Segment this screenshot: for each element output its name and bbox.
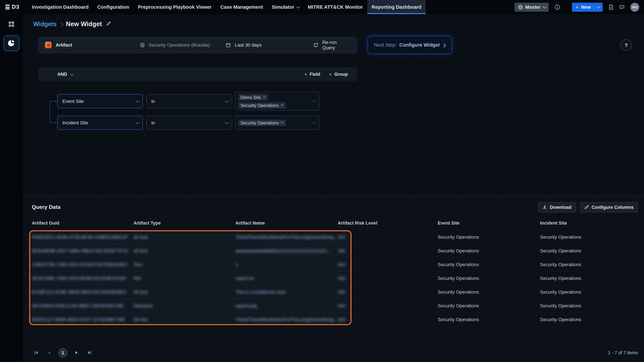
cell-incident-site: Security Operations [540,234,638,240]
previous-page-button[interactable] [45,348,54,357]
page-number: 1 [62,350,64,355]
artifact-icon [45,41,52,48]
field-select-incident-site[interactable]: Incident Site [57,116,143,130]
operator-select[interactable]: in [146,94,232,108]
report-button[interactable] [608,4,614,10]
new-button-label: New [581,4,591,10]
data-source-selector[interactable]: Artifact [45,41,140,48]
last-page-button[interactable] [85,348,94,357]
rerun-query-label: Re-run Query [322,39,350,50]
next-page-button[interactable] [72,348,81,357]
logo-bars-icon [5,5,10,9]
cell-incident-site: Security Operations [540,262,638,267]
edit-title-button[interactable] [106,21,111,27]
info-button[interactable] [554,4,560,10]
chip-label: Demo Site [240,95,261,100]
query-toolbar-row: Artifact Security Operations (Brasilia) … [38,36,632,54]
nav-mitre-attack-monitor[interactable]: MITRE ATT&CK Monitor [304,0,367,14]
query-data-header: Query Data Download Configure Columns [32,202,638,212]
plus-icon: + [329,71,332,77]
column-header-artifact-type: Artifact Type [134,220,236,225]
sidebar-item-dashboards[interactable] [8,21,15,27]
nav-configuration[interactable]: Configuration [93,0,134,14]
app-logo[interactable]: D3 [5,0,20,14]
environment-selector[interactable]: Master [515,2,549,11]
value-multiselect[interactable]: Security Operations × [235,116,319,130]
nav-investigation-dashboard[interactable]: Investigation Dashboard [28,0,93,14]
close-icon[interactable]: × [281,120,284,125]
refresh-icon [313,42,318,47]
breadcrumb-widgets-link[interactable]: Widgets [33,21,57,28]
help-button[interactable]: ? [620,39,632,51]
field-select-event-site[interactable]: Event Site [57,94,143,108]
add-group-button[interactable]: + Group [329,71,348,77]
table-row[interactable]: 9D432127-8456-48D4-A237-1274238B77B6 d3 … [32,313,638,326]
query-data-actions: Download Configure Columns [538,202,638,212]
cell-artifact-name: report.png [236,303,338,308]
add-field-button[interactable]: + Field [304,71,320,77]
globe-icon [140,42,145,47]
chevron-right-icon [60,23,63,26]
table-row[interactable]: F84ED5C1-9A46-4736-BF3D-A38E5156B12F d3 … [32,230,638,244]
app-window: D3 Investigation Dashboard Configuration… [0,0,644,362]
download-button[interactable]: Download [538,202,576,212]
query-data-section: Query Data Download Configure Columns Ar… [23,196,644,362]
operator-select[interactable]: in [146,116,232,130]
new-button[interactable]: + New [572,2,603,11]
cell-event-site: Security Operations [438,303,540,308]
page-number-button[interactable]: 1 [58,348,68,358]
value-chip[interactable]: Security Operations × [238,119,286,126]
nav-reporting-dashboard[interactable]: Reporting Dashboard [367,0,426,14]
chat-icon [619,4,624,10]
date-range-selector[interactable]: Last 30 days [226,42,314,48]
value-chip[interactable]: Demo Site × [238,94,268,100]
table-row[interactable]: C49D2736-71B5-43C2-97A8-F0A7D6033SE1 Tex… [32,258,638,272]
cell-artifact-guid: 67A8F112-3C9E-48D6-9B53-0D76429E83F0 [32,289,134,295]
avatar-initials: AU [632,5,638,9]
pencil-icon [584,205,589,210]
cell-artifact-type: Filename [134,303,236,308]
logic-operator-label: AND [57,72,67,77]
nav-simulator[interactable]: Simulator [268,0,304,14]
pencil-icon [106,21,111,26]
grid-icon [8,21,15,27]
add-field-label: Field [310,72,320,77]
close-icon[interactable]: × [263,95,266,99]
cell-artifact-risk-level: 342 [338,234,438,240]
first-page-button[interactable] [32,348,40,357]
filter-row-incident-site: Incident Site in Security Operations × [57,116,357,130]
top-navigation-bar: D3 Investigation Dashboard Configuration… [0,0,644,14]
cell-event-site: Security Operations [438,317,540,322]
sidebar-item-widgets[interactable] [4,35,19,51]
filter-connector-stub [50,122,58,123]
skip-last-icon [87,350,92,355]
next-step-button[interactable]: Next Step: Configure Widget [368,36,452,54]
cell-artifact-type: d3 test [134,289,236,295]
rerun-query-button[interactable]: Re-run Query [313,39,350,50]
site-selector[interactable]: Security Operations (Brasilia) [140,42,226,48]
nav-preprocessing-playbook-viewer[interactable]: Preprocessing Playbook Viewer [134,0,216,14]
nav-case-management[interactable]: Case Management [216,0,268,14]
download-label: Download [550,205,572,210]
chat-button[interactable] [619,4,624,10]
table-row[interactable]: 2E31C46E-7582-42F9-B04B-6112F9E2F34D Fil… [32,272,638,285]
close-icon[interactable]: × [281,103,284,108]
value-chip[interactable]: Security Operations × [238,102,286,108]
plus-icon: + [576,4,578,10]
chevron-down-icon [313,120,316,123]
cell-artifact-name: 1 [236,262,338,267]
configure-columns-button[interactable]: Configure Columns [580,202,638,212]
table-row[interactable]: 8D3A9E6B-24C7-49B1-88D2-54C32AE77F15 d3 … [32,244,638,258]
value-multiselect[interactable]: Demo Site × Security Operations × [235,92,319,111]
cell-artifact-name: aaaaaaaaaaddddd11111111111111111111111..… [236,248,338,253]
logic-operator-dropdown[interactable]: AND [57,72,73,77]
table-row[interactable]: 67A8F112-3C9E-48D6-9B53-0D76429E83F0 d3 … [32,285,638,299]
table-row[interactable]: 45720904-F556-2142-98EF-23D334367390 Fil… [32,299,638,313]
cell-artifact-type: File [134,276,236,281]
cell-artifact-type: Text [134,262,236,267]
user-avatar[interactable]: AU [630,2,639,11]
cell-event-site: Security Operations [438,289,540,295]
download-icon [542,205,547,210]
info-icon [554,4,560,10]
cell-incident-site: Security Operations [540,303,638,308]
